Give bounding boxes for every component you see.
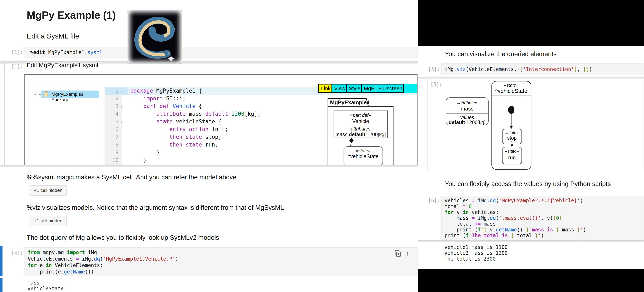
package-name: MgPyExample1 xyxy=(330,99,370,105)
page-title: MgPy Example (1) xyxy=(27,9,116,21)
markdown-visualize: You can visualize the queried elements xyxy=(445,50,557,58)
markdown-dot-query: The dot-query of Mg allows you to flexib… xyxy=(27,234,219,242)
right-notebook-column: You can visualize the queried elements [… xyxy=(418,0,644,292)
cell4-input[interactable]: from mgpy.mg import iMg VehicleElements … xyxy=(24,248,418,276)
markdown-viz: %viz visualizes models. Notice that the … xyxy=(27,204,284,212)
fold-chevron-icon[interactable]: ∨ xyxy=(118,88,125,95)
output-line: vehicle2 mass is 1200 xyxy=(444,250,508,256)
package-icon xyxy=(43,91,49,98)
gutter-row: 4 xyxy=(105,110,128,118)
gutter-row: 7 xyxy=(105,133,128,141)
state-stereotype: «state» xyxy=(356,148,371,153)
cell6-output: vehicle1 mass is 1100 vehicle2 mass is 1… xyxy=(444,244,508,262)
duplicate-cell-icon[interactable] xyxy=(394,250,401,257)
run-stereotype: «state» xyxy=(505,149,519,153)
attribute-line: mass default 1200[kg] xyxy=(336,132,386,137)
cell6-input[interactable]: vehicles = iMg.dq('MgPyExample2.*.#{Vehi… xyxy=(441,196,644,240)
gutter-row: 3∨ xyxy=(105,102,128,110)
code-line: mass = iMg.dq('.mass.eval()', v)[0] xyxy=(444,215,644,221)
code-line: VehicleElements = iMg.dq('MgPyExample1.V… xyxy=(28,256,418,262)
gutter-row: 2 xyxy=(105,95,128,102)
gutter-row: 6 xyxy=(105,125,128,133)
cell4-output: mass vehicleState xyxy=(28,280,64,292)
part-name: Vehicle xyxy=(352,118,369,124)
snake-artwork-image xyxy=(128,9,182,64)
cell-toolbar: ↑ xyxy=(394,249,417,258)
gutter-row: 1∨ xyxy=(105,87,128,95)
cell1-output-prompt: [1]: xyxy=(4,64,23,69)
output-line: vehicleState xyxy=(28,286,64,292)
hidden-cells-button-2[interactable]: +1 cell hidden xyxy=(30,216,67,226)
stop-star: * xyxy=(511,139,513,145)
code-line: for e in VehicleElements: xyxy=(28,262,418,269)
tree-item-label[interactable]: MgPyExample1 Package xyxy=(52,92,102,102)
fold-chevron-icon[interactable]: ∨ xyxy=(118,118,125,126)
frame-name: ^vehicleState xyxy=(495,88,527,94)
value-line: default 1200[kg] xyxy=(448,119,486,125)
state-name: ^vehicleState xyxy=(348,153,378,159)
editor-cut-edge xyxy=(0,165,418,167)
selected-output-bar[interactable] xyxy=(0,278,2,292)
code-line: total += mass xyxy=(444,221,644,227)
output-line: The total is 2300 xyxy=(444,256,508,262)
code-line: print (f'The total is { total }') xyxy=(444,233,644,239)
cell6-input-prompt: [6]: xyxy=(422,198,440,203)
attributes-label: attributes xyxy=(351,126,371,132)
diagram-toolbar: Link View Style MgP Fullscreen xyxy=(318,84,417,93)
section-subtitle: Edit a SysML file xyxy=(27,32,79,40)
cell4-input-prompt: [4]: xyxy=(4,250,23,256)
code-line: for v in vehicles: xyxy=(444,209,644,215)
code-line: from mgpy.mg import iMg xyxy=(28,249,418,256)
cell-divider xyxy=(418,240,644,242)
black-panel-top xyxy=(418,0,644,46)
gutter-row: 5∨ xyxy=(105,118,128,125)
black-panel-bottom xyxy=(418,269,644,292)
code-line: iMg.viz(VehicleElements, ['Interconnecti… xyxy=(442,64,644,75)
fullscreen-button[interactable]: Fullscreen xyxy=(376,84,404,93)
gutter-row: 8 xyxy=(105,141,128,149)
markdown-python-access: You can flexibly access the values by us… xyxy=(445,180,611,188)
sysml-editor-widget: ▷ MgPyExample1 Package 1∨ 2 3∨ 4 5∨ 6 7 … xyxy=(24,74,418,166)
style-button[interactable]: Style xyxy=(346,84,362,93)
view-button[interactable]: View xyxy=(332,84,347,93)
attr-stereotype: «attribute» xyxy=(457,100,477,105)
fold-chevron-icon[interactable]: ∨ xyxy=(118,103,125,111)
mgp-button[interactable]: MgP xyxy=(361,84,376,93)
cell1-input-prompt: [1]: xyxy=(4,49,23,55)
stop-stereotype: «state» xyxy=(505,130,519,135)
gutter-row: 10 xyxy=(105,156,128,164)
cell1-input[interactable]: %edit MgPyExample1.sysml xyxy=(24,47,418,58)
code-line: print(e.getName()) xyxy=(28,269,418,275)
tree-expand-icon[interactable]: ▷ xyxy=(33,92,35,96)
cell1-code-line: %edit MgPyExample1.sysml xyxy=(24,47,418,58)
cell5-input-prompt: [5]: xyxy=(422,67,440,72)
frame-stereotype: «state» xyxy=(504,83,518,87)
attr-name: mass xyxy=(461,105,474,112)
selected-cell-bar[interactable] xyxy=(0,246,2,277)
left-notebook-column: MgPy Example (1) Edit a SysML file [1]: … xyxy=(0,0,418,292)
code-line: vehicles = iMg.dq('MgPyExample2.*.#{Vehi… xyxy=(444,198,644,204)
cell-divider xyxy=(418,77,644,79)
model-tree-panel: ▷ MgPyExample1 Package xyxy=(32,88,102,166)
output-collapser-bar[interactable] xyxy=(4,62,5,165)
link-button[interactable]: Link xyxy=(318,84,332,93)
hidden-cells-button-1[interactable]: +1 cell hidden xyxy=(30,185,67,195)
move-cell-up-icon[interactable]: ↑ xyxy=(406,250,410,257)
package-diagram: MgPyExample1 «part def» Vehicle attribut… xyxy=(325,95,418,166)
cell5-output-box: [5]: «attribute» mass values default 120… xyxy=(428,79,644,172)
initial-state-node xyxy=(508,106,514,114)
image-edge-fade xyxy=(128,9,182,64)
output-line: vehicle1 mass is 1100 xyxy=(444,244,508,250)
run-name: run xyxy=(508,155,516,160)
part-stereotype: «part def» xyxy=(350,113,371,118)
cell1-output-text: Edit MgPyExample1.sysml xyxy=(27,62,98,69)
viz-diagram: «attribute» mass values default 1200[kg]… xyxy=(438,79,554,172)
tree-guide-hline xyxy=(35,94,41,95)
gutter-row: 9 xyxy=(105,149,128,156)
code-line: print (f'{ v.getName() } mass is { mass … xyxy=(444,227,644,233)
output-line: mass xyxy=(28,280,64,286)
markdown-sysml-magic: %%sysml magic makes a SysML cell. And yo… xyxy=(27,174,238,181)
cell5-input[interactable]: iMg.viz(VehicleElements, ['Interconnecti… xyxy=(441,63,644,75)
code-line: total = 0 xyxy=(444,204,644,209)
